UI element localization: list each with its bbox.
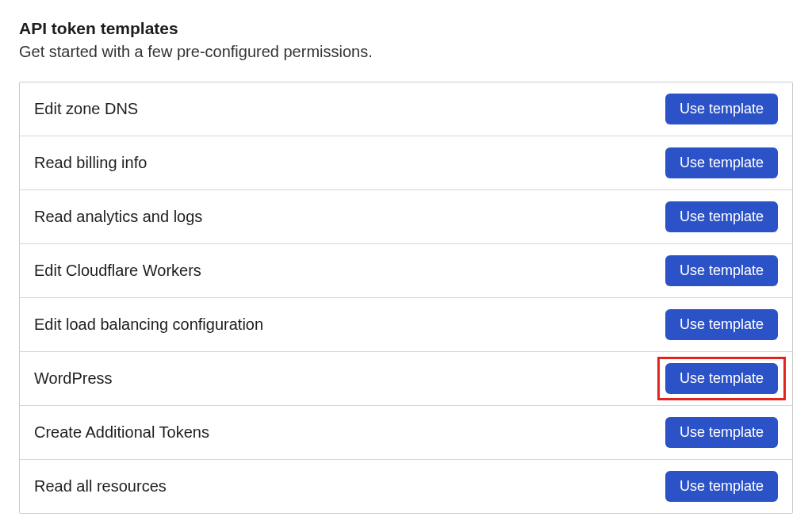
- template-name: Read analytics and logs: [34, 208, 202, 226]
- use-template-button-edit-cloudflare-workers[interactable]: Use template: [665, 255, 778, 286]
- template-row-edit-load-balancing-configuration: Edit load balancing configuration Use te…: [20, 298, 792, 352]
- template-row-read-analytics-and-logs: Read analytics and logs Use template: [20, 190, 792, 244]
- template-list: Edit zone DNS Use template Read billing …: [19, 82, 793, 514]
- use-template-button-edit-load-balancing-configuration[interactable]: Use template: [665, 309, 778, 340]
- template-row-wordpress: WordPress Use template: [20, 352, 792, 406]
- template-name: Create Additional Tokens: [34, 423, 209, 442]
- use-template-button-wordpress[interactable]: Use template: [665, 363, 778, 394]
- template-row-create-additional-tokens: Create Additional Tokens Use template: [20, 406, 792, 460]
- section-subtitle: Get started with a few pre-configured pe…: [19, 43, 793, 61]
- template-name: Read all resources: [34, 477, 167, 495]
- section-title: API token templates: [19, 19, 793, 38]
- template-row-edit-cloudflare-workers: Edit Cloudflare Workers Use template: [20, 244, 792, 298]
- use-template-button-create-additional-tokens[interactable]: Use template: [665, 417, 778, 448]
- highlight-annotation: Use template: [665, 363, 778, 394]
- template-name: WordPress: [34, 369, 113, 388]
- template-name: Edit zone DNS: [34, 100, 138, 118]
- template-row-read-billing-info: Read billing info Use template: [20, 136, 792, 190]
- template-row-read-all-resources: Read all resources Use template: [20, 460, 792, 513]
- use-template-button-read-all-resources[interactable]: Use template: [665, 471, 778, 502]
- template-row-edit-zone-dns: Edit zone DNS Use template: [20, 82, 792, 136]
- template-name: Edit load balancing configuration: [34, 316, 263, 334]
- use-template-button-edit-zone-dns[interactable]: Use template: [665, 94, 778, 124]
- use-template-button-read-billing-info[interactable]: Use template: [665, 147, 778, 178]
- template-name: Read billing info: [34, 154, 147, 172]
- template-name: Edit Cloudflare Workers: [34, 262, 201, 280]
- use-template-button-read-analytics-and-logs[interactable]: Use template: [665, 201, 778, 232]
